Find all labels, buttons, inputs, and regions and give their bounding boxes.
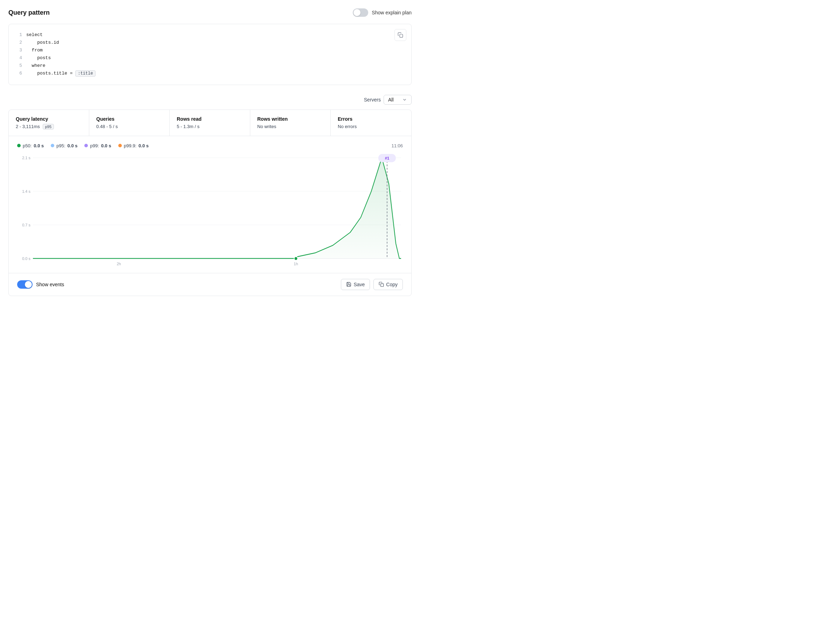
servers-row: Servers All (8, 95, 412, 105)
chart-marker-label: #1 (385, 156, 390, 160)
chart-area: p50: 0.0 s p95: 0.0 s p99: 0.0 s p99.9: … (9, 136, 411, 273)
explain-plan-label: Show explain plan (372, 10, 412, 16)
legend-items: p50: 0.0 s p95: 0.0 s p99: 0.0 s p99.9: … (17, 143, 149, 149)
page-header: Query pattern Show explain plan (8, 8, 412, 17)
code-content: from (24, 47, 98, 54)
svg-rect-1 (381, 284, 384, 286)
code-content: posts.title = :title (24, 70, 98, 77)
panel-footer: Show events Save Copy (9, 273, 411, 296)
explain-plan-toggle-switch[interactable] (353, 8, 368, 17)
copy-label: Copy (386, 282, 398, 287)
metric-errors: Errors No errors (331, 110, 411, 136)
line-number: 2 (17, 39, 24, 47)
metrics-panel: Query latency 2 - 3,111ms p95 Queries 0.… (8, 110, 412, 296)
p50-value: 0.0 s (34, 143, 44, 149)
chevron-down-icon (402, 97, 407, 102)
show-events-label: Show events (36, 282, 64, 287)
code-line: 3 from (17, 47, 98, 54)
code-content: posts.id (24, 39, 98, 47)
y-label: 2.1 s (22, 155, 30, 160)
metric-title: Rows written (257, 116, 323, 122)
p99-dot (85, 144, 88, 147)
y-label: 1.4 s (22, 189, 30, 193)
metric-rows-read: Rows read 5 - 1.3m / s (170, 110, 250, 136)
chart-svg: 2.1 s 1.4 s 0.7 s 0.0 s 2h 1h (17, 154, 403, 266)
metric-value: 5 - 1.3m / s (177, 124, 243, 129)
line-number: 4 (17, 54, 24, 62)
code-block: 1 select 2 posts.id 3 from 4 posts 5 whe… (8, 24, 412, 85)
code-table: 1 select 2 posts.id 3 from 4 posts 5 whe… (17, 31, 98, 78)
p95-value: 0.0 s (67, 143, 78, 149)
metric-query-latency: Query latency 2 - 3,111ms p95 (9, 110, 89, 136)
metric-title: Rows read (177, 116, 243, 122)
y-label: 0.7 s (22, 222, 30, 227)
metric-title: Queries (96, 116, 162, 122)
copy-code-button[interactable] (395, 29, 406, 41)
p95-dot (51, 144, 54, 147)
line-number: 6 (17, 70, 24, 77)
latency-range: 2 - 3,111ms (16, 124, 40, 129)
servers-dropdown[interactable]: All (384, 95, 412, 105)
legend-label: p50: (23, 143, 31, 149)
p95-badge: p95 (43, 124, 54, 130)
chart-line-area (33, 158, 401, 258)
copy-icon (379, 282, 384, 287)
metric-queries: Queries 0.48 - 5 / s (89, 110, 170, 136)
code-line: 4 posts (17, 54, 98, 62)
line-number: 3 (17, 47, 24, 54)
p999-dot (118, 144, 122, 147)
chart-container: 2.1 s 1.4 s 0.7 s 0.0 s 2h 1h (17, 154, 403, 266)
metric-rows-written: Rows written No writes (250, 110, 331, 136)
x-label: 2h (116, 261, 121, 266)
line-number: 1 (17, 31, 24, 39)
legend-p99: p99: 0.0 s (85, 143, 111, 149)
metric-value: No writes (257, 124, 323, 129)
save-label: Save (354, 282, 365, 287)
servers-label: Servers (364, 97, 381, 103)
legend-label: p95: (56, 143, 65, 149)
code-param: :title (75, 70, 95, 77)
servers-selected: All (388, 97, 394, 103)
x-label: 1h (294, 261, 298, 266)
p50-dot (17, 144, 20, 147)
metric-title: Errors (338, 116, 404, 122)
code-line: 5 where (17, 62, 98, 70)
legend-p999: p99.9: 0.0 s (118, 143, 149, 149)
code-content: select (24, 31, 98, 39)
code-line: 2 posts.id (17, 39, 98, 47)
metrics-row: Query latency 2 - 3,111ms p95 Queries 0.… (9, 110, 411, 136)
page-title: Query pattern (8, 9, 50, 16)
footer-buttons: Save Copy (341, 279, 403, 290)
line-number: 5 (17, 62, 24, 70)
metric-title: Query latency (16, 116, 82, 122)
save-icon (346, 282, 351, 287)
explain-plan-toggle: Show explain plan (353, 8, 412, 17)
copy-icon (398, 32, 403, 38)
legend-p95: p95: 0.0 s (51, 143, 77, 149)
save-button[interactable]: Save (341, 279, 370, 290)
code-content: posts (24, 54, 98, 62)
metric-value: 0.48 - 5 / s (96, 124, 162, 129)
code-line: 1 select (17, 31, 98, 39)
code-content: where (24, 62, 98, 70)
show-events-toggle[interactable] (17, 280, 33, 289)
code-line: 6 posts.title = :title (17, 70, 98, 77)
metric-value: No errors (338, 124, 404, 129)
copy-button[interactable]: Copy (373, 279, 403, 290)
legend-label: p99.9: (124, 143, 136, 149)
svg-rect-0 (400, 34, 403, 38)
chart-point (294, 257, 298, 260)
legend-p50: p50: 0.0 s (17, 143, 44, 149)
legend-label: p99: (90, 143, 99, 149)
p99-value: 0.0 s (101, 143, 111, 149)
metric-value: 2 - 3,111ms p95 (16, 124, 82, 130)
chart-legend: p50: 0.0 s p95: 0.0 s p99: 0.0 s p99.9: … (17, 143, 403, 149)
y-label: 0.0 s (22, 256, 30, 260)
show-events: Show events (17, 280, 64, 289)
chart-time: 11:06 (391, 143, 403, 149)
p999-value: 0.0 s (139, 143, 149, 149)
